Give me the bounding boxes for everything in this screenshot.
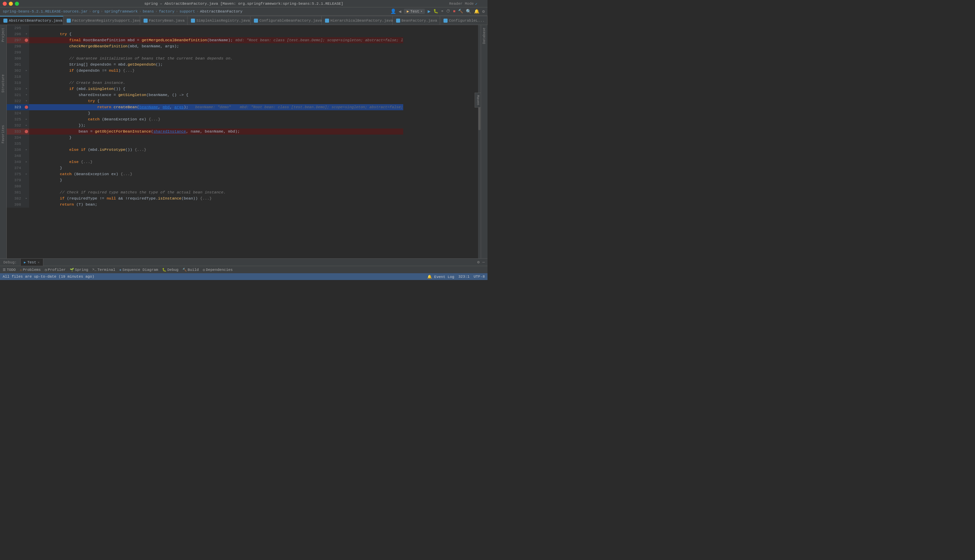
profiler-icon: ◷: [45, 268, 47, 272]
build-label: Build: [187, 268, 199, 272]
code-line-298: 298 checkMergedBeanDefinition(mbd, beanN…: [7, 43, 403, 49]
minimize-button[interactable]: [9, 2, 13, 6]
tab-label: ConfigurableBeanFactory.java: [259, 18, 322, 23]
code-line-349: 349 ▸ else {...}: [7, 159, 403, 165]
debug-icon[interactable]: 🐛: [433, 9, 438, 14]
profiler-btn[interactable]: ◷ Profiler: [45, 268, 66, 272]
settings-icon[interactable]: ⚙: [482, 9, 485, 14]
tab-label: FactoryBeanRegistrySupport.java: [72, 18, 142, 23]
problems-btn[interactable]: ⚠ Problems: [20, 268, 41, 272]
code-line-379: 379 }: [7, 177, 403, 183]
back-icon[interactable]: ◀: [399, 9, 401, 14]
breakpoint-icon-323[interactable]: [25, 105, 28, 109]
fold-arrow[interactable]: ▸: [25, 122, 27, 128]
breakpoint-icon[interactable]: [25, 38, 28, 42]
bc-org[interactable]: org: [92, 10, 99, 13]
sequence-diagram-btn[interactable]: ◈ Sequence Diagram: [119, 268, 159, 272]
todo-btn[interactable]: ☰ TODO: [3, 268, 15, 272]
maven-tab[interactable]: Maven: [475, 93, 481, 108]
dependencies-btn[interactable]: ◎ Dependencies: [203, 268, 232, 272]
terminal-btn[interactable]: >_ Terminal: [92, 268, 115, 272]
bc-springframework[interactable]: springframework: [104, 10, 138, 13]
notification-icon[interactable]: 🔔: [474, 9, 479, 14]
fold-arrow[interactable]: ▸: [25, 195, 27, 202]
settings-gear-icon[interactable]: ⚙: [477, 260, 480, 265]
tab-configurable-bean[interactable]: ConfigurableBeanFactory.java ✕: [251, 16, 322, 25]
tab-abstract-bean-factory[interactable]: AbstractBeanFactory.java ✕: [0, 16, 63, 25]
code-line-301: 301 String[] dependsOn = mbd.getDependsO…: [7, 62, 403, 68]
tab-bean-factory[interactable]: BeanFactory.java ✕: [393, 16, 440, 25]
tab-close[interactable]: ✕: [487, 18, 488, 23]
terminal-label: Terminal: [97, 268, 115, 272]
fold-arrow[interactable]: ▾: [25, 92, 27, 98]
spring-btn[interactable]: 🌱 Spring: [70, 268, 89, 272]
code-line-296: 296 ▾ try {: [7, 31, 403, 37]
stop-icon[interactable]: ■: [453, 9, 455, 14]
tab-hierarchical-bean[interactable]: HierarchicalBeanFactory.java ✕: [322, 16, 393, 25]
sidebar-item-project[interactable]: Project: [2, 25, 5, 45]
dependencies-icon: ◎: [203, 268, 205, 272]
bc-class: AbstractBeanFactory: [200, 10, 242, 13]
tab-factory-bean[interactable]: FactoryBean.java ✕: [140, 16, 187, 25]
sidebar-item-structure[interactable]: Structure: [2, 72, 5, 95]
coverage-icon[interactable]: ☂: [441, 9, 443, 14]
debug-label-text: Debug:: [3, 260, 17, 265]
code-line-320: 320 ▾ if (mbd.isSingleton()) {: [7, 86, 403, 92]
run-icon[interactable]: ▶: [428, 8, 430, 14]
event-log-label: Event Log: [434, 275, 454, 279]
code-line-299: 299: [7, 49, 403, 55]
maximize-button[interactable]: [15, 2, 19, 6]
scroll-track[interactable]: [478, 25, 481, 258]
debug-tab-close[interactable]: ✕: [38, 260, 40, 265]
fold-arrow[interactable]: ▸: [25, 116, 27, 122]
profile-icon[interactable]: ⏱: [446, 9, 450, 14]
fold-arrow[interactable]: ▾: [25, 86, 27, 92]
code-line-297: 297 final RootBeanDefinition mbd = getMe…: [7, 37, 403, 43]
breakpoint-icon-333[interactable]: [25, 130, 28, 133]
tab-label: AbstractBeanFactory.java: [9, 18, 62, 23]
fold-arrow[interactable]: ▾: [25, 98, 27, 104]
code-line-334: 334 }: [7, 135, 403, 141]
run-config-btn[interactable]: ▶ Test ▾: [404, 9, 425, 14]
fold-arrow[interactable]: ▸: [25, 68, 27, 74]
build-btn[interactable]: 🔨 Build: [182, 268, 199, 272]
tab-factory-bean-registry[interactable]: FactoryBeanRegistrySupport.java ✕: [63, 16, 140, 25]
bc-beans[interactable]: beans: [143, 10, 154, 13]
bc-support[interactable]: support: [179, 10, 195, 13]
fold-arrow[interactable]: ▸: [25, 171, 27, 177]
user-icon[interactable]: 👤: [390, 8, 396, 14]
minimize-panel-icon[interactable]: —: [482, 260, 485, 265]
code-line-380: 380: [7, 183, 403, 189]
build-icon[interactable]: 🔨: [458, 9, 463, 14]
editor-container: 295 296 ▾ try { 297 final RootBea: [7, 25, 481, 258]
close-button[interactable]: [3, 2, 7, 6]
tab-simple-alias[interactable]: SimpleAliasRegistry.java ✕: [187, 16, 251, 25]
tab-icon: [443, 18, 448, 23]
encoding-indicator: UTF-8: [473, 275, 485, 279]
code-line-381: 381 // Check if required type matches th…: [7, 189, 403, 195]
status-bar: All files are up-to-date (19 minutes ago…: [0, 273, 487, 280]
tab-label: SimpleAliasRegistry.java: [196, 18, 250, 23]
tab-configurable-l[interactable]: ConfigurableL... ✕: [440, 16, 487, 25]
tab-icon: [67, 18, 71, 23]
breadcrumb: spring-beans-5.2.1.RELEASE-sources.jar ›…: [0, 7, 487, 15]
code-line-382: 382 ▸ if (requiredType != null && !requi…: [7, 195, 403, 202]
tab-icon: [396, 18, 400, 23]
debug-tab-test[interactable]: ▶ Test ✕: [21, 259, 43, 266]
fold-arrow[interactable]: ▸: [25, 159, 27, 165]
bc-jar[interactable]: spring-beans-5.2.1.RELEASE-sources.jar: [3, 10, 88, 13]
window-controls: [3, 2, 19, 6]
sidebar-item-database[interactable]: Database: [482, 25, 486, 47]
run-config-dropdown-icon: ▾: [420, 10, 422, 13]
debug-btn-label: Debug: [167, 268, 179, 272]
fold-arrow[interactable]: ▸: [25, 147, 27, 153]
code-line-321: 321 ▾ sharedInstance = getSingleton(bean…: [7, 92, 403, 98]
fold-arrow[interactable]: ▾: [25, 31, 27, 37]
search-icon[interactable]: 🔍: [466, 9, 471, 14]
event-log-btn[interactable]: 🔔 Event Log: [427, 275, 454, 279]
debug-btn[interactable]: 🐛 Debug: [162, 268, 179, 272]
sidebar-item-favorites[interactable]: Favorites: [2, 122, 5, 146]
bc-factory[interactable]: factory: [159, 10, 174, 13]
debug-run-icon: ▶: [24, 260, 26, 265]
code-line-335: 335: [7, 141, 403, 147]
